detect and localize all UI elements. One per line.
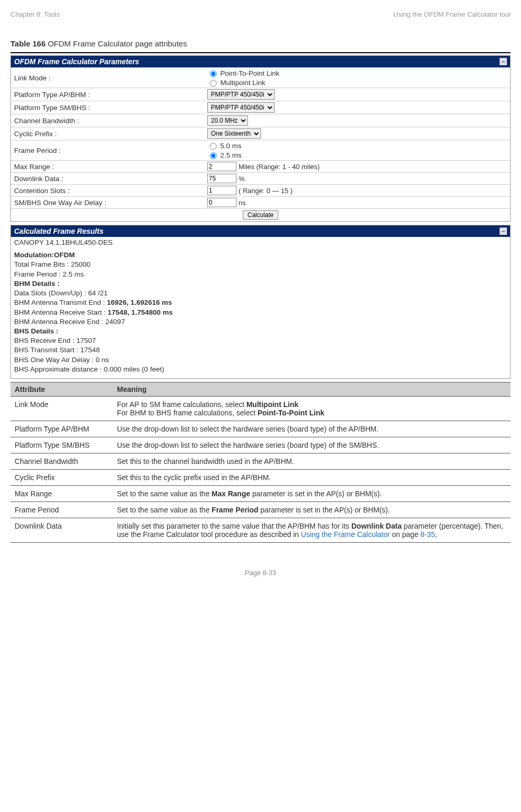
row-air-delay: SM/BHS One Way Air Delay : ns (11, 196, 510, 208)
attr-platform-ap: Platform Type AP/BHM (10, 421, 113, 437)
ofdm-params-header: OFDM Frame Calculator Parameters – (11, 56, 510, 67)
result-bhs-air-delay: BHS One Way Air Delay : 0 ns (14, 355, 507, 365)
result-canopy: CANOPY 14.1.1BHUL450-DES (14, 238, 507, 247)
meaning-platform-ap: Use the drop-down list to select the har… (113, 421, 511, 437)
table-row: Max Range Set to the same value as the M… (10, 486, 511, 502)
table-row: Channel Bandwidth Set this to the channe… (10, 453, 511, 470)
label-air-delay: SM/BHS One Way Air Delay : (14, 199, 207, 207)
radio-ptp-input[interactable] (210, 70, 217, 77)
collapse-icon[interactable]: – (500, 228, 507, 235)
attr-link-mode: Link Mode (10, 397, 113, 421)
caption-rule (10, 52, 511, 53)
result-bhs-distance: BHS Approximate distance : 0.000 miles (… (14, 365, 507, 374)
result-frame-period: Frame Period : 2.5 ms (14, 270, 507, 279)
link-using-frame-calc[interactable]: Using the Frame Calculator (301, 530, 390, 539)
result-bhs-details: BHS Details : (14, 327, 58, 335)
radio-5ms[interactable]: 5.0 ms (207, 141, 242, 150)
label-channel-bw: Channel Bandwidth : (14, 117, 207, 125)
caption-label: Table 166 (10, 39, 45, 48)
radio-multipoint[interactable]: Multipoint Link (207, 78, 279, 87)
calc-results-panel: Calculated Frame Results – CANOPY 14.1.1… (10, 225, 511, 379)
radio-ptp[interactable]: Point-To-Point Link (207, 69, 279, 77)
label-cyclic-prefix: Cyclic Prefix : (14, 130, 207, 138)
page-footer: Page 8-33 (10, 569, 511, 577)
col-attribute: Attribute (10, 383, 113, 397)
table-row: Link Mode For AP to SM frame calculation… (10, 397, 511, 421)
suffix-air-delay: ns (239, 199, 246, 207)
radio-2-5ms-label: 2.5 ms (220, 151, 242, 159)
table-caption: Table 166 OFDM Frame Calculator page att… (10, 39, 511, 48)
attributes-table: Attribute Meaning Link Mode For AP to SM… (10, 382, 511, 543)
header-left: Chapter 8: Tools (10, 10, 60, 18)
input-air-delay[interactable] (207, 198, 236, 207)
calc-results-title: Calculated Frame Results (14, 227, 103, 235)
label-downlink-data: Downlink Data : (14, 175, 207, 183)
attr-platform-sm: Platform Type SM/BHS (10, 437, 113, 453)
collapse-icon[interactable]: – (500, 58, 507, 65)
radio-multipoint-label: Multipoint Link (220, 79, 265, 87)
result-data-slots: Data Slots (Down/Up) : 64 /21 (14, 289, 507, 298)
result-tx-end: BHM Antenna Transmit End : 16926, 1.6926… (14, 298, 507, 307)
calculate-button[interactable]: Calculate (243, 210, 278, 220)
row-downlink-data: Downlink Data : % (11, 172, 510, 184)
select-cyclic-prefix[interactable]: One Sixteenth (207, 128, 261, 139)
label-platform-sm: Platform Type SM/BHS : (14, 104, 207, 112)
input-max-range[interactable] (207, 162, 236, 171)
select-channel-bw[interactable]: 20.0 MHz (207, 115, 248, 126)
result-bhs-rx-end: BHS Receive End : 17507 (14, 336, 507, 345)
ofdm-params-title: OFDM Frame Calculator Parameters (14, 57, 139, 66)
select-platform-ap[interactable]: PMP/PTP 450/450i (207, 89, 275, 100)
table-row: Frame Period Set to the same value as th… (10, 502, 511, 518)
label-max-range: Max Range : (14, 163, 207, 171)
attr-channel-bw: Channel Bandwidth (10, 453, 113, 470)
input-contention-slots[interactable] (207, 186, 236, 195)
result-rx-end: BHM Antenna Receive End : 24097 (14, 317, 507, 327)
meaning-link-mode: For AP to SM frame calculations, select … (113, 397, 511, 421)
calc-results-header: Calculated Frame Results – (11, 225, 510, 237)
table-row: Cyclic Prefix Set this to the cyclic pre… (10, 470, 511, 486)
radio-5ms-input[interactable] (210, 143, 217, 150)
result-bhm-details: BHM Details : (14, 280, 60, 288)
row-platform-ap: Platform Type AP/BHM : PMP/PTP 450/450i (11, 88, 510, 101)
table-row: Platform Type SM/BHS Use the drop-down l… (10, 437, 511, 453)
attr-max-range: Max Range (10, 486, 113, 502)
radio-2-5ms[interactable]: 2.5 ms (207, 151, 242, 159)
calculate-row: Calculate (11, 208, 510, 221)
attr-frame-period: Frame Period (10, 502, 113, 518)
result-rx-start: BHM Antenna Receive Start : 17548, 1.754… (14, 308, 507, 317)
select-platform-sm[interactable]: PMP/PTP 450/450i (207, 102, 275, 113)
table-row: Downlink Data Initially set this paramet… (10, 518, 511, 543)
label-contention-slots: Contention Slots : (14, 187, 207, 195)
result-bhs-tx-start: BHS Transmit Start : 17548 (14, 345, 507, 355)
page-header: Chapter 8: Tools Using the OFDM Frame Ca… (10, 10, 511, 18)
meaning-cyclic-prefix: Set this to the cyclic prefix used in th… (113, 470, 511, 486)
row-cyclic-prefix: Cyclic Prefix : One Sixteenth (11, 127, 510, 140)
row-frame-period: Frame Period : 5.0 ms 2.5 ms (11, 140, 510, 160)
row-platform-sm: Platform Type SM/BHS : PMP/PTP 450/450i (11, 101, 510, 114)
radio-2-5ms-input[interactable] (210, 152, 217, 159)
attr-downlink-data: Downlink Data (10, 518, 113, 543)
radio-multipoint-input[interactable] (210, 80, 217, 87)
label-frame-period: Frame Period : (14, 147, 207, 154)
header-right: Using the OFDM Frame Calculator tool (393, 10, 511, 18)
meaning-max-range: Set to the same value as the Max Range p… (113, 486, 511, 502)
attr-cyclic-prefix: Cyclic Prefix (10, 470, 113, 486)
row-link-mode: Link Mode : Point-To-Point Link Multipoi… (11, 67, 510, 88)
link-page-8-35[interactable]: 8-35 (420, 530, 435, 539)
caption-text: OFDM Frame Calculator page attributes (45, 39, 187, 48)
calc-results-body: CANOPY 14.1.1BHUL450-DES Modulation:OFDM… (11, 237, 510, 378)
result-total-bits: Total Frame Bits : 25000 (14, 260, 507, 269)
row-max-range: Max Range : Miles (Range: 1 - 40 miles) (11, 160, 510, 172)
row-contention-slots: Contention Slots : ( Range: 0 — 15 ) (11, 184, 510, 196)
meaning-channel-bw: Set this to the channel bandwidth used i… (113, 453, 511, 470)
table-row: Platform Type AP/BHM Use the drop-down l… (10, 421, 511, 437)
ofdm-params-panel: OFDM Frame Calculator Parameters – Link … (10, 55, 511, 222)
row-channel-bw: Channel Bandwidth : 20.0 MHz (11, 114, 510, 127)
radio-ptp-label: Point-To-Point Link (220, 69, 279, 77)
col-meaning: Meaning (113, 383, 511, 397)
suffix-max-range: Miles (Range: 1 - 40 miles) (239, 163, 319, 171)
meaning-downlink-data: Initially set this parameter to the same… (113, 518, 511, 543)
label-platform-ap: Platform Type AP/BHM : (14, 91, 207, 99)
input-downlink-data[interactable] (207, 174, 236, 183)
result-modulation: Modulation:OFDM (14, 251, 75, 259)
